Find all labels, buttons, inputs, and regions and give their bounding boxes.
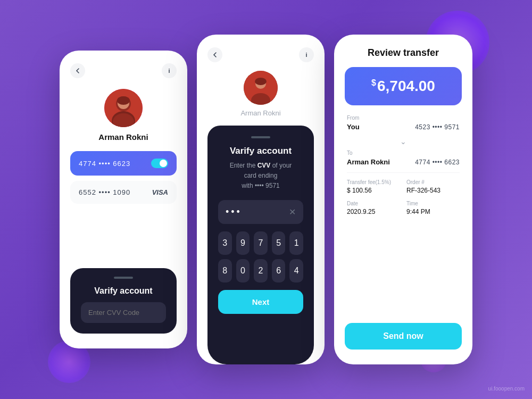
time-value: 9:44 PM (406, 208, 460, 215)
num-0[interactable]: 0 (236, 259, 250, 282)
cvv-input-1[interactable] (81, 302, 166, 323)
amount-symbol: $ (371, 78, 376, 87)
sheet-handle-2 (251, 136, 270, 138)
to-card: 4774 •••• 6623 (415, 159, 460, 166)
avatar-2 (244, 71, 278, 105)
avatar-image (104, 89, 143, 127)
from-section: From You 4523 •••• 9571 (347, 115, 460, 131)
cvv-dots: ••• (226, 206, 242, 218)
num-4[interactable]: 4 (289, 259, 303, 282)
card-white-row[interactable]: 6552 •••• 1090 VISA (70, 181, 177, 204)
card-blue-row[interactable]: 4774 •••• 6623 (70, 151, 177, 176)
watermark: ui.fooopen.com (488, 386, 525, 392)
time-cell: Time 9:44 PM (406, 201, 460, 215)
num-9[interactable]: 9 (236, 231, 250, 255)
to-row: Arman Rokni 4774 •••• 6623 (347, 158, 460, 166)
clear-icon[interactable]: ✕ (289, 207, 296, 217)
from-name: You (347, 123, 360, 131)
svg-point-4 (117, 96, 130, 105)
num-1[interactable]: 1 (289, 231, 303, 255)
fee-label: Transfer fee(1.5%) (347, 179, 400, 185)
back-icon-2[interactable] (207, 47, 222, 62)
to-name: Arman Rokni (347, 158, 390, 166)
sheet-handle (114, 277, 133, 279)
next-button[interactable]: Next (218, 290, 303, 314)
num-6[interactable]: 6 (272, 259, 286, 282)
info-icon-2[interactable]: i (299, 47, 314, 62)
to-section: To Arman Rokni 4774 •••• 6623 (347, 150, 460, 166)
phone1-header: i (70, 63, 177, 78)
date-cell: Date 2020.9.25 (347, 201, 400, 215)
date-value: 2020.9.25 (347, 208, 400, 215)
bottom-sheet-1: Varify account (70, 268, 177, 334)
num-3[interactable]: 3 (218, 231, 232, 255)
send-now-button[interactable]: Send now (345, 323, 462, 350)
verify-title: Varify account (230, 146, 292, 156)
fee-cell: Transfer fee(1.5%) $ 100.56 (347, 179, 400, 194)
card-ending-text: with •••• 9571 (242, 182, 280, 189)
num-5[interactable]: 5 (272, 231, 286, 255)
time-label: Time (406, 201, 460, 206)
sheet-title-1: Varify account (81, 286, 166, 296)
amount-value: 6,704.00 (377, 78, 435, 94)
phone2-dark-sheet: Varify account Enter the CVV of your car… (207, 126, 314, 364)
user-name-1: Arman Rokni (98, 132, 148, 142)
order-value: RF-326-543 (406, 187, 460, 194)
info-grid: Transfer fee(1.5%) $ 100.56 Order # RF-3… (347, 179, 460, 215)
info-icon[interactable]: i (162, 63, 177, 78)
from-row: You 4523 •••• 9571 (347, 123, 460, 131)
verify-desc: Enter the CVV of your card ending with •… (218, 161, 303, 192)
svg-point-8 (255, 78, 267, 85)
to-label: To (347, 150, 460, 156)
visa-brand: VISA (152, 188, 168, 196)
divider-1 (347, 172, 460, 173)
transfer-details: From You 4523 •••• 9571 ⌄ To Arman Rokni… (345, 115, 462, 224)
amount-display: $6,704.00 (371, 78, 435, 94)
card-number-blue: 4774 •••• 6623 (79, 160, 130, 168)
numpad: 3 9 7 5 1 8 0 2 6 4 (218, 231, 303, 282)
from-label: From (347, 115, 460, 121)
amount-box: $6,704.00 (345, 67, 462, 105)
avatar (104, 89, 143, 127)
avatar-image-2 (244, 71, 278, 105)
phone-card-3: Review transfer $6,704.00 From You 4523 … (334, 35, 472, 364)
date-label: Date (347, 201, 400, 206)
phone2-header: i (207, 47, 314, 71)
num-8[interactable]: 8 (218, 259, 232, 282)
review-title: Review transfer (368, 47, 439, 59)
phone-card-1: i Arman Rokni 4774 •••• 6623 6552 •••• 1… (60, 51, 187, 348)
cvv-emphasis: CVV (257, 162, 271, 169)
card-number-white: 6552 •••• 1090 (79, 188, 130, 196)
phone-card-2: i Arman Rokni Varify account Enter the C… (197, 35, 325, 364)
order-label: Order # (406, 179, 460, 185)
user-name-2: Arman Rokni (240, 109, 280, 117)
num-2[interactable]: 2 (254, 259, 268, 282)
cvv-input-dark[interactable]: ••• ✕ (218, 200, 303, 224)
back-icon[interactable] (70, 63, 85, 78)
num-7[interactable]: 7 (254, 231, 268, 255)
from-card: 4523 •••• 9571 (415, 123, 460, 131)
card-toggle[interactable] (151, 159, 168, 168)
fee-value: $ 100.56 (347, 187, 400, 194)
chevron-down-icon: ⌄ (347, 137, 460, 146)
order-cell: Order # RF-326-543 (406, 179, 460, 194)
